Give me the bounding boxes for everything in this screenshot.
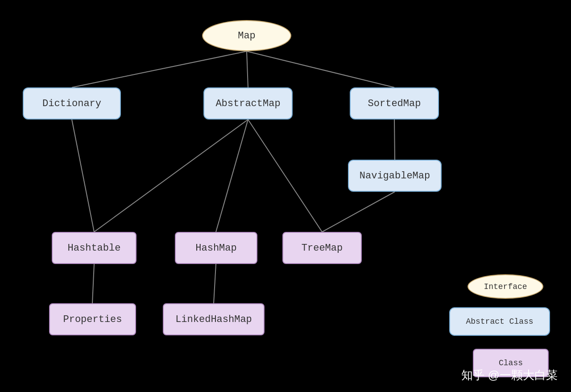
node-sorted-map: SortedMap: [350, 87, 439, 120]
svg-line-10: [214, 264, 216, 303]
svg-line-8: [248, 120, 322, 232]
svg-line-5: [94, 120, 248, 232]
node-treemap: TreeMap: [282, 232, 362, 264]
svg-line-9: [92, 264, 94, 303]
node-linked-hashmap: LinkedHashMap: [163, 303, 265, 335]
node-hashtable: Hashtable: [52, 232, 137, 264]
node-properties: Properties: [49, 303, 136, 335]
watermark: 知乎 @一颗大白菜: [461, 367, 558, 383]
svg-line-7: [322, 192, 395, 232]
svg-line-2: [247, 51, 394, 87]
svg-line-4: [72, 120, 94, 232]
svg-line-1: [247, 51, 248, 87]
node-dictionary: Dictionary: [23, 87, 121, 120]
node-abstract-map: AbstractMap: [203, 87, 293, 120]
svg-line-0: [72, 51, 247, 87]
legend-abstract-class: Abstract Class: [449, 307, 550, 336]
svg-line-6: [216, 120, 248, 232]
node-map: Map: [202, 20, 291, 51]
node-navigable-map: NavigableMap: [348, 160, 442, 192]
node-hashmap: HashMap: [175, 232, 257, 264]
legend-interface: Interface: [468, 274, 543, 299]
svg-line-3: [394, 120, 395, 160]
